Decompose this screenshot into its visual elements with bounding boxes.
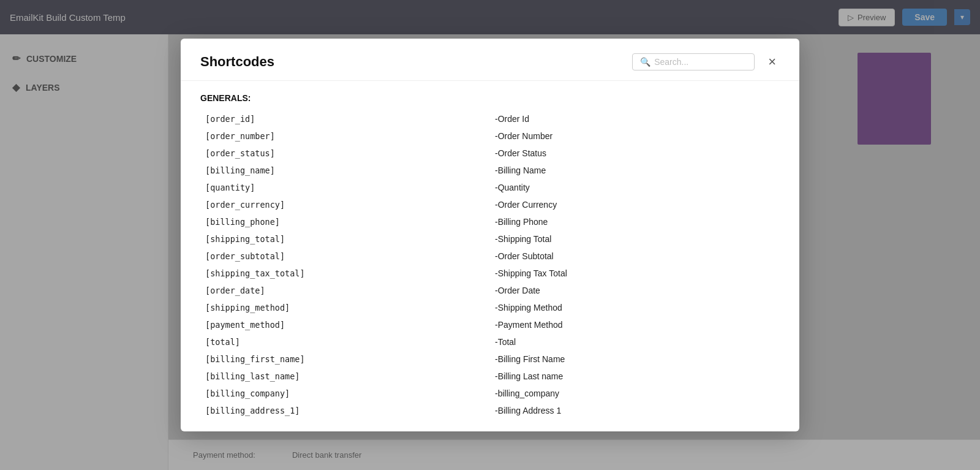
- shortcode-description: -Shipping Tax Total: [490, 265, 780, 282]
- shortcode-code[interactable]: [billing_company]: [200, 385, 490, 402]
- shortcode-row: [quantity]-Quantity: [200, 179, 780, 196]
- shortcode-row: [order_number]-Order Number: [200, 127, 780, 145]
- shortcode-description: -Billing Address 1: [490, 402, 780, 419]
- shortcode-code[interactable]: [order_status]: [200, 145, 490, 162]
- search-box[interactable]: 🔍 Search...: [632, 53, 755, 70]
- shortcode-row: [billing_address_1]-Billing Address 1: [200, 402, 780, 419]
- shortcodes-modal: Shortcodes 🔍 Search... × GENERALS: [orde…: [181, 39, 799, 431]
- shortcode-description: -Order Number: [490, 127, 780, 145]
- shortcode-description: -Order Currency: [490, 196, 780, 213]
- shortcode-code[interactable]: [order_date]: [200, 282, 490, 299]
- shortcode-description: -Order Status: [490, 145, 780, 162]
- shortcode-description: -Billing Phone: [490, 213, 780, 230]
- shortcode-description: -Payment Method: [490, 316, 780, 333]
- shortcode-row: [billing_phone]-Billing Phone: [200, 213, 780, 230]
- shortcode-row: [billing_company]-billing_company: [200, 385, 780, 402]
- shortcode-code[interactable]: [billing_phone]: [200, 213, 490, 230]
- shortcode-row: [order_currency]-Order Currency: [200, 196, 780, 213]
- search-placeholder: Search...: [654, 57, 688, 67]
- shortcode-description: -Order Date: [490, 282, 780, 299]
- shortcode-description: -Quantity: [490, 179, 780, 196]
- modal-title: Shortcodes: [200, 54, 274, 70]
- shortcode-code[interactable]: [order_currency]: [200, 196, 490, 213]
- shortcode-row: [payment_method]-Payment Method: [200, 316, 780, 333]
- shortcode-row: [shipping_method]-Shipping Method: [200, 299, 780, 316]
- modal-header: Shortcodes 🔍 Search... ×: [181, 39, 799, 81]
- shortcode-row: [billing_last_name]-Billing Last name: [200, 368, 780, 385]
- shortcode-row: [billing_first_name]-Billing First Name: [200, 351, 780, 368]
- shortcode-row: [order_date]-Order Date: [200, 282, 780, 299]
- modal-body: GENERALS: [order_id]-Order Id[order_numb…: [181, 81, 799, 431]
- shortcode-code[interactable]: [shipping_total]: [200, 230, 490, 248]
- shortcode-description: -Shipping Total: [490, 230, 780, 248]
- shortcode-code[interactable]: [order_id]: [200, 110, 490, 127]
- shortcode-code[interactable]: [total]: [200, 333, 490, 351]
- generals-section: GENERALS: [order_id]-Order Id[order_numb…: [200, 93, 780, 419]
- shortcode-description: -Billing Name: [490, 162, 780, 179]
- modal-overlay[interactable]: Shortcodes 🔍 Search... × GENERALS: [orde…: [0, 0, 980, 470]
- modal-header-right: 🔍 Search... ×: [632, 53, 780, 70]
- shortcode-code[interactable]: [order_subtotal]: [200, 248, 490, 265]
- shortcode-description: -Shipping Method: [490, 299, 780, 316]
- shortcode-code[interactable]: [billing_last_name]: [200, 368, 490, 385]
- shortcodes-table: [order_id]-Order Id[order_number]-Order …: [200, 110, 780, 419]
- shortcode-description: -billing_company: [490, 385, 780, 402]
- shortcode-row: [order_id]-Order Id: [200, 110, 780, 127]
- shortcode-code[interactable]: [quantity]: [200, 179, 490, 196]
- shortcode-description: -Total: [490, 333, 780, 351]
- search-icon: 🔍: [640, 57, 650, 67]
- shortcode-row: [shipping_total]-Shipping Total: [200, 230, 780, 248]
- shortcode-description: -Order Subtotal: [490, 248, 780, 265]
- shortcode-code[interactable]: [shipping_tax_total]: [200, 265, 490, 282]
- section-title-generals: GENERALS:: [200, 93, 780, 103]
- shortcode-description: -Billing First Name: [490, 351, 780, 368]
- shortcode-row: [order_subtotal]-Order Subtotal: [200, 248, 780, 265]
- shortcode-row: [billing_name]-Billing Name: [200, 162, 780, 179]
- shortcode-row: [total]-Total: [200, 333, 780, 351]
- shortcode-row: [shipping_tax_total]-Shipping Tax Total: [200, 265, 780, 282]
- shortcode-row: [order_status]-Order Status: [200, 145, 780, 162]
- shortcode-code[interactable]: [shipping_method]: [200, 299, 490, 316]
- shortcode-code[interactable]: [order_number]: [200, 127, 490, 145]
- shortcode-description: -Billing Last name: [490, 368, 780, 385]
- shortcode-code[interactable]: [billing_name]: [200, 162, 490, 179]
- shortcode-description: -Order Id: [490, 110, 780, 127]
- modal-close-button[interactable]: ×: [764, 54, 780, 70]
- shortcode-code[interactable]: [billing_first_name]: [200, 351, 490, 368]
- shortcode-code[interactable]: [payment_method]: [200, 316, 490, 333]
- shortcode-code[interactable]: [billing_address_1]: [200, 402, 490, 419]
